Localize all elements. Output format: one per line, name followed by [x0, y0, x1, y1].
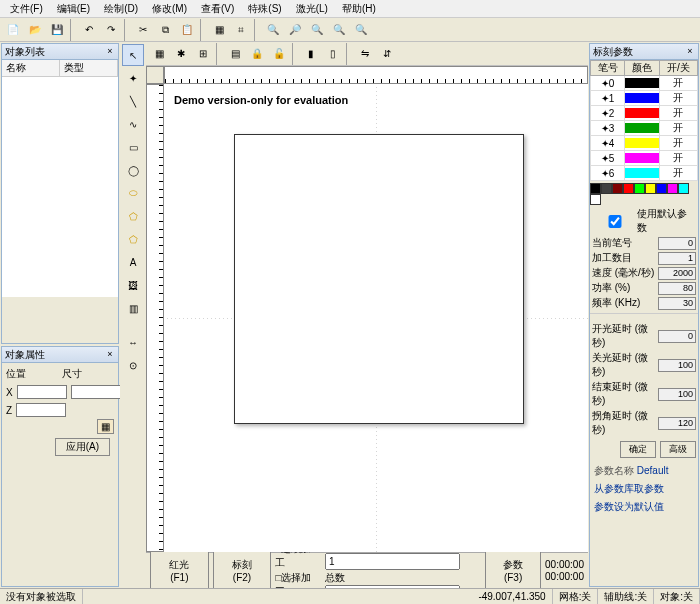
pen-row[interactable]: ✦5开 — [591, 151, 698, 166]
snap-guide-icon[interactable]: ⊞ — [192, 43, 214, 65]
save-icon[interactable]: 💾 — [46, 19, 68, 41]
end-delay-input[interactable] — [658, 388, 696, 401]
pen-table[interactable]: 笔号颜色开/关 ✦0开✦1开✦2开✦3开✦4开✦5开✦6开 — [590, 60, 698, 181]
pen-row[interactable]: ✦3开 — [591, 121, 698, 136]
mark-button[interactable]: 标刻 (F2) — [213, 551, 272, 590]
menu-edit[interactable]: 编辑(E) — [51, 1, 96, 17]
paste-icon[interactable]: 📋 — [176, 19, 198, 41]
on-delay-input[interactable] — [658, 330, 696, 343]
select-tool-icon[interactable]: ↖ — [122, 44, 144, 66]
pen-no-input[interactable] — [658, 237, 696, 250]
snap-obj-icon[interactable]: ✱ — [170, 43, 192, 65]
off-delay-input[interactable] — [658, 359, 696, 372]
palette-swatch[interactable] — [656, 183, 667, 194]
encoder-tool-icon[interactable]: ⊙ — [122, 354, 144, 376]
menu-special[interactable]: 特殊(S) — [242, 1, 287, 17]
menu-view[interactable]: 查看(V) — [195, 1, 240, 17]
image-tool-icon[interactable]: 🖼 — [122, 274, 144, 296]
new-icon[interactable]: 📄 — [2, 19, 24, 41]
ellipse-tool-icon[interactable]: ⬭ — [122, 182, 144, 204]
zoom-in-icon[interactable]: 🔍 — [262, 19, 284, 41]
speed-input[interactable] — [658, 267, 696, 280]
palette-swatch[interactable] — [634, 183, 645, 194]
col-type[interactable]: 类型 — [60, 60, 118, 76]
z-pos-input[interactable] — [16, 403, 66, 417]
open-icon[interactable]: 📂 — [24, 19, 46, 41]
unlock-icon[interactable]: 🔓 — [268, 43, 290, 65]
count-input[interactable] — [658, 252, 696, 265]
menu-draw[interactable]: 绘制(D) — [98, 1, 144, 17]
redo-icon[interactable]: ↷ — [100, 19, 122, 41]
group-icon[interactable]: ⌗ — [230, 19, 252, 41]
palette-swatch[interactable] — [645, 183, 656, 194]
x-pos-input[interactable] — [17, 385, 67, 399]
close-icon[interactable]: × — [684, 45, 696, 57]
set-default-link[interactable]: 参数设为默认值 — [590, 498, 698, 516]
pen-row[interactable]: ✦6开 — [591, 166, 698, 181]
copy-icon[interactable]: ⧉ — [154, 19, 176, 41]
mirror-h-icon[interactable]: ⇋ — [354, 43, 376, 65]
palette-swatch[interactable] — [601, 183, 612, 194]
line-tool-icon[interactable]: ╲ — [122, 90, 144, 112]
red-light-button[interactable]: 红光 (F1) — [150, 551, 209, 590]
col-name[interactable]: 名称 — [2, 60, 60, 76]
pen-row[interactable]: ✦1开 — [591, 91, 698, 106]
status-grid[interactable]: 网格:关 — [553, 589, 599, 604]
polygon-tool-icon[interactable]: ⬠ — [122, 205, 144, 227]
palette-swatch[interactable] — [590, 183, 601, 194]
text-tool-icon[interactable]: A — [122, 251, 144, 273]
outline-icon[interactable]: ▯ — [322, 43, 344, 65]
ruler-horizontal[interactable] — [164, 66, 588, 84]
circle-tool-icon[interactable]: ◯ — [122, 159, 144, 181]
array-icon[interactable]: ▦ — [97, 419, 114, 434]
palette-swatch[interactable] — [667, 183, 678, 194]
status-snap[interactable]: 对象:关 — [654, 589, 700, 604]
zoom-all-icon[interactable]: 🔍 — [328, 19, 350, 41]
advanced-button[interactable]: 高级 — [660, 441, 696, 458]
close-icon[interactable]: × — [104, 45, 116, 57]
load-from-lib-link[interactable]: 从参数库取参数 — [590, 480, 698, 498]
poly-delay-input[interactable] — [658, 417, 696, 430]
zoom-out-icon[interactable]: 🔎 — [284, 19, 306, 41]
mirror-v-icon[interactable]: ⇵ — [376, 43, 398, 65]
star-tool-icon[interactable]: ⬠ — [122, 228, 144, 250]
node-tool-icon[interactable]: ✦ — [122, 67, 144, 89]
color-palette[interactable] — [590, 183, 698, 205]
object-list-body[interactable] — [2, 77, 118, 297]
pen-row[interactable]: ✦2开 — [591, 106, 698, 121]
power-input[interactable] — [658, 282, 696, 295]
x-size-input[interactable] — [71, 385, 121, 399]
palette-swatch[interactable] — [590, 194, 601, 205]
param-button[interactable]: 参数(F3) — [485, 551, 541, 590]
snap-grid-icon[interactable]: ▦ — [148, 43, 170, 65]
pen-row[interactable]: ✦4开 — [591, 136, 698, 151]
param-name-value[interactable]: Default — [637, 465, 669, 476]
pen-row[interactable]: ✦0开 — [591, 76, 698, 91]
palette-swatch[interactable] — [623, 183, 634, 194]
hatch-icon[interactable]: ▦ — [208, 19, 230, 41]
palette-swatch[interactable] — [678, 183, 689, 194]
menu-help[interactable]: 帮助(H) — [336, 1, 382, 17]
use-default-checkbox[interactable]: 使用默认参数 — [592, 207, 696, 235]
apply-button[interactable]: 应用(A) — [55, 438, 110, 456]
fill-icon[interactable]: ▮ — [300, 43, 322, 65]
align-icon[interactable]: ▤ — [224, 43, 246, 65]
canvas[interactable]: Demo version-only for evaluation — [164, 84, 588, 552]
zoom-sel-icon[interactable]: 🔍 — [350, 19, 372, 41]
close-icon[interactable]: × — [104, 348, 116, 360]
zoom-fit-icon[interactable]: 🔍 — [306, 19, 328, 41]
palette-swatch[interactable] — [612, 183, 623, 194]
ruler-vertical[interactable] — [146, 84, 164, 552]
undo-icon[interactable]: ↶ — [78, 19, 100, 41]
menu-laser[interactable]: 激光(L) — [290, 1, 334, 17]
rect-tool-icon[interactable]: ▭ — [122, 136, 144, 158]
curve-tool-icon[interactable]: ∿ — [122, 113, 144, 135]
status-guide[interactable]: 辅助线:关 — [598, 589, 654, 604]
barcode-tool-icon[interactable]: ▥ — [122, 297, 144, 319]
menu-file[interactable]: 文件(F) — [4, 1, 49, 17]
freq-input[interactable] — [658, 297, 696, 310]
cut-icon[interactable]: ✂ — [132, 19, 154, 41]
lock-icon[interactable]: 🔒 — [246, 43, 268, 65]
ok-button[interactable]: 确定 — [620, 441, 656, 458]
menu-modify[interactable]: 修改(M) — [146, 1, 193, 17]
